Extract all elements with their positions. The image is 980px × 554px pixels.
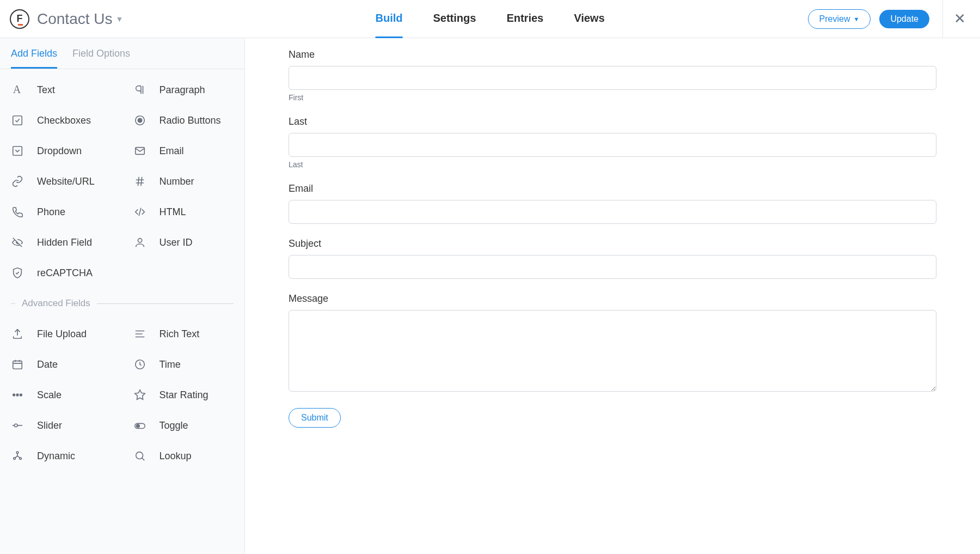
field-type-user[interactable]: User ID	[122, 227, 245, 258]
chevron-down-icon: ▼	[116, 15, 124, 23]
checkbox-icon	[11, 114, 24, 127]
field-input[interactable]	[289, 310, 936, 392]
tab-settings[interactable]: Settings	[433, 0, 476, 38]
caret-down-icon: ▼	[854, 16, 860, 22]
field-type-code[interactable]: HTML	[122, 197, 245, 227]
dropdown-icon	[11, 144, 24, 157]
field-type-dynamic[interactable]: Dynamic	[0, 441, 122, 471]
field-type-paragraph[interactable]: Paragraph	[122, 75, 245, 105]
top-bar: F Contact Us ▼ Build Settings Entries Vi…	[0, 0, 980, 38]
field-label: Subject	[289, 238, 936, 249]
field-type-label: Number	[160, 176, 194, 187]
field-type-search[interactable]: Lookup	[122, 441, 245, 471]
field-type-label: Scale	[37, 389, 62, 401]
field-type-time[interactable]: Time	[122, 349, 245, 380]
field-type-label: Dynamic	[37, 450, 75, 462]
upload-icon	[11, 327, 24, 340]
field-input[interactable]	[289, 66, 936, 90]
field-type-link[interactable]: Website/URL	[0, 166, 122, 197]
tab-entries[interactable]: Entries	[506, 0, 543, 38]
close-button[interactable]: ✕	[942, 0, 970, 38]
field-type-label: Lookup	[160, 450, 192, 462]
hidden-icon	[11, 236, 24, 249]
field-sublabel: Last	[289, 160, 936, 169]
field-type-hash[interactable]: Number	[122, 166, 245, 197]
preview-button-label: Preview	[819, 14, 850, 24]
field-input[interactable]	[289, 133, 936, 157]
shield-icon	[11, 266, 24, 279]
field-type-label: Text	[37, 84, 55, 96]
close-icon: ✕	[954, 10, 966, 27]
sidebar: Add Fields Field Options TextParagraphCh…	[0, 38, 245, 554]
search-icon	[133, 449, 146, 462]
tab-add-fields[interactable]: Add Fields	[11, 38, 57, 69]
form-field[interactable]: Subject	[289, 238, 936, 279]
field-type-label: HTML	[160, 206, 186, 218]
text-icon	[11, 83, 24, 96]
hash-icon	[133, 175, 146, 188]
radio-icon	[133, 114, 146, 127]
field-type-phone[interactable]: Phone	[0, 197, 122, 227]
email-icon	[133, 144, 146, 157]
submit-button[interactable]: Submit	[289, 408, 341, 428]
field-sublabel: First	[289, 93, 936, 102]
field-type-dropdown[interactable]: Dropdown	[0, 136, 122, 166]
tab-views[interactable]: Views	[574, 0, 604, 38]
dynamic-icon	[11, 449, 24, 462]
phone-icon	[11, 205, 24, 218]
slider-icon	[11, 419, 24, 432]
form-field[interactable]: NameFirst	[289, 49, 936, 102]
scale-icon	[11, 388, 24, 401]
paragraph-icon	[133, 83, 146, 96]
form-field[interactable]: Email	[289, 183, 936, 224]
app-logo-icon[interactable]: F	[10, 9, 29, 29]
tab-build[interactable]: Build	[375, 0, 402, 38]
field-type-hidden[interactable]: Hidden Field	[0, 227, 122, 258]
basic-fields-grid: TextParagraphCheckboxesRadio ButtonsDrop…	[0, 69, 244, 294]
field-type-radio[interactable]: Radio Buttons	[122, 105, 245, 136]
field-type-toggle[interactable]: Toggle	[122, 410, 245, 441]
advanced-fields-grid: File UploadRich TextDateTimeScaleStar Ra…	[0, 313, 244, 477]
field-type-text[interactable]: Text	[0, 75, 122, 105]
field-type-checkbox[interactable]: Checkboxes	[0, 105, 122, 136]
field-type-label: Dropdown	[37, 145, 82, 157]
field-type-label: Date	[37, 359, 58, 370]
form-title-dropdown[interactable]: Contact Us ▼	[37, 10, 123, 28]
field-type-label: Email	[160, 145, 184, 157]
field-label: Message	[289, 293, 936, 305]
field-type-label: Star Rating	[160, 389, 209, 401]
field-type-label: Slider	[37, 420, 62, 431]
date-icon	[11, 358, 24, 371]
toggle-icon	[133, 419, 146, 432]
richtext-icon	[133, 327, 146, 340]
preview-button[interactable]: Preview ▼	[808, 9, 871, 29]
field-type-label: Paragraph	[160, 84, 205, 96]
field-type-date[interactable]: Date	[0, 349, 122, 380]
field-type-label: File Upload	[37, 328, 87, 340]
update-button[interactable]: Update	[879, 10, 929, 28]
tab-field-options[interactable]: Field Options	[72, 38, 130, 69]
field-type-slider[interactable]: Slider	[0, 410, 122, 441]
field-input[interactable]	[289, 255, 936, 279]
field-type-label: User ID	[160, 237, 193, 248]
field-type-upload[interactable]: File Upload	[0, 319, 122, 349]
field-type-richtext[interactable]: Rich Text	[122, 319, 245, 349]
form-title-text: Contact Us	[37, 10, 113, 28]
field-type-shield[interactable]: reCAPTCHA	[0, 258, 122, 288]
field-type-label: Toggle	[160, 420, 188, 431]
star-icon	[133, 388, 146, 401]
field-type-label: reCAPTCHA	[37, 267, 93, 279]
field-input[interactable]	[289, 200, 936, 224]
field-type-email[interactable]: Email	[122, 136, 245, 166]
field-type-star[interactable]: Star Rating	[122, 380, 245, 410]
main-tabs: Build Settings Entries Views	[375, 0, 604, 38]
field-type-label: Rich Text	[160, 328, 200, 340]
field-type-scale[interactable]: Scale	[0, 380, 122, 410]
field-type-label: Phone	[37, 206, 65, 218]
form-field[interactable]: Message	[289, 293, 936, 394]
code-icon	[133, 205, 146, 218]
field-label: Last	[289, 116, 936, 127]
form-field[interactable]: LastLast	[289, 116, 936, 169]
time-icon	[133, 358, 146, 371]
field-label: Email	[289, 183, 936, 194]
